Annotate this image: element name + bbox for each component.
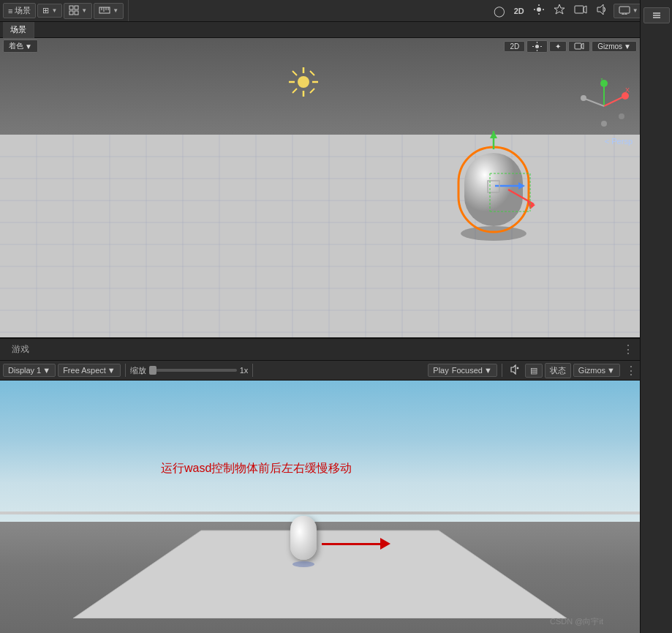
svg-rect-3 [75,11,78,15]
display-label: Display 1 [8,366,41,375]
separator-3 [502,364,502,377]
ground-plane-svg [0,472,640,618]
svg-marker-90 [511,365,516,374]
scene-top-controls: 着色 ▼ 2D ✦ Gizmos ▼ [0,38,640,54]
gizmos-button[interactable]: Gizmos ▼ [592,41,637,52]
fx-toggle-button[interactable] [551,2,568,19]
zoom-label: 1x [240,366,249,375]
aspect-label: Free Aspect [63,366,106,375]
svg-marker-28 [581,43,584,49]
stats-button[interactable]: ▤ [525,364,543,378]
selected-object-svg [450,131,545,241]
svg-marker-70 [490,131,497,138]
layout-icon: ⊞ [42,6,49,15]
right-sidebar: 层景 [640,0,672,633]
separator-2 [252,364,253,377]
game-toolbar: Display 1 ▼ Free Aspect ▼ 缩放 1x Play Foc… [0,360,640,381]
scene-selected-object[interactable] [450,131,545,241]
svg-line-63 [310,71,314,75]
game-gizmos-arrow-icon: ▼ [607,366,615,375]
svg-text:X: X [625,86,630,94]
movement-arrow [322,538,390,550]
display-arrow-icon: ▼ [42,366,50,375]
game-ground-plane [0,472,640,618]
arrow-icon: ▼ [51,7,57,14]
svg-marker-93 [73,531,567,618]
display-settings-button[interactable]: ▼ [614,4,643,18]
svg-rect-15 [575,6,584,13]
scale-control: 缩放 1x [130,365,249,376]
scene-tab-bar: 场景 ⋮ [0,22,640,38]
game-section-tab[interactable]: 游戏 [6,342,35,357]
game-section-dots[interactable]: ⋮ [622,342,634,356]
svg-rect-0 [69,6,73,10]
game-gizmos-label: Gizmos [578,366,605,375]
capsule-body [290,516,317,560]
2d-scene-button[interactable]: 2D [504,41,525,52]
grid-button[interactable]: ▼ [64,3,92,19]
stats-label: 状态 [550,365,566,376]
svg-marker-17 [597,4,603,15]
shaded-arrow: ▼ [25,42,32,50]
sidebar-expand-button[interactable] [643,7,670,23]
svg-line-65 [310,89,314,93]
scene-camera-button[interactable] [568,41,590,52]
scale-label: 缩放 [130,365,146,376]
camera-toggle-button[interactable] [571,3,590,18]
svg-marker-16 [584,6,586,13]
scene-gizmo[interactable]: Y X [576,78,631,133]
svg-line-64 [292,89,297,93]
svg-point-9 [537,7,541,12]
ruler-icon [99,5,110,17]
stats-label-button[interactable]: 状态 [545,363,571,378]
grid-icon [69,5,79,17]
svg-point-87 [581,95,586,101]
svg-point-66 [461,226,526,241]
scene-tab[interactable]: 场景 [3,22,34,38]
ruler-button[interactable]: ▼ [94,3,124,19]
svg-line-86 [585,99,604,106]
svg-rect-27 [575,43,581,49]
game-gizmos-button[interactable]: Gizmos ▼ [573,364,620,377]
audio-toggle-button[interactable] [593,2,611,19]
scene-label-bar: 游戏 ⋮ [0,337,640,360]
persp-label[interactable]: < Persp [605,137,633,146]
toolbar-group-left: ≡ 场景 ⊞ ▼ ▼ ▼ [3,0,129,21]
light-toggle-button[interactable] [530,2,548,19]
scene-light-button[interactable] [526,40,548,53]
layers-button[interactable]: ≡ 场景 [3,3,36,18]
mute-button[interactable] [507,363,523,378]
svg-point-57 [298,76,309,88]
play-label: Play [433,366,448,375]
scene-view: Y X < Persp [0,38,640,376]
svg-marker-14 [554,4,565,14]
scale-slider[interactable] [149,369,237,372]
game-toolbar-dots[interactable]: ⋮ [625,364,637,378]
slider-thumb[interactable] [149,366,156,375]
display-icon [619,6,630,16]
arrow-head [380,538,390,550]
svg-rect-67 [464,153,523,226]
svg-line-62 [292,71,297,75]
layers-icon: ≡ [8,7,12,15]
play-focused-button[interactable]: Play Focused ▼ [428,364,497,377]
arrow-icon3: ▼ [113,7,118,14]
scene-label: 场景 [15,5,31,16]
svg-point-88 [601,121,607,127]
aspect-button[interactable]: Free Aspect ▼ [58,364,121,377]
display-button[interactable]: Display 1 ▼ [3,364,56,377]
svg-line-83 [604,97,624,106]
top-toolbar: ≡ 场景 ⊞ ▼ ▼ ▼ ◯ 2D [0,0,672,22]
focused-arrow-icon: ▼ [484,366,492,375]
shaded-button[interactable]: 着色 ▼ [3,40,38,53]
layout-button[interactable]: ⊞ ▼ [37,4,62,18]
svg-point-22 [535,45,539,48]
2d-toggle-button[interactable]: 2D [511,5,527,17]
svg-point-89 [619,113,624,119]
scene-fx-button[interactable]: ✦ [549,41,567,52]
gizmos-arrow: ▼ [624,42,631,50]
game-instruction-text: 运行wasd控制物体前后左右缓慢移动 [161,461,352,476]
sphere-toggle-button[interactable]: ◯ [491,4,508,18]
watermark: CSDN @向宇it [550,616,603,627]
capsule-shadow [292,561,314,567]
